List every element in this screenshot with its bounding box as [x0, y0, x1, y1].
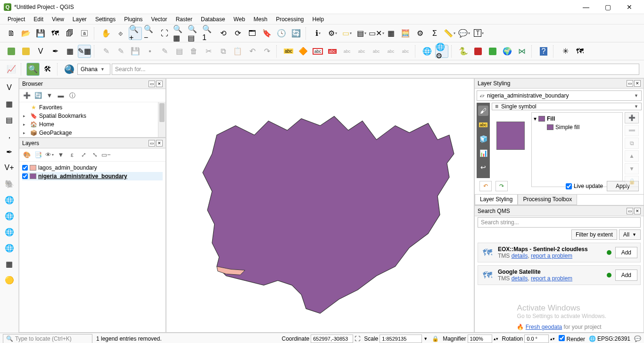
zoom-out-button[interactable]: 🔍− [143, 27, 157, 40]
layers-filter-button[interactable]: ▼ [56, 150, 66, 160]
add-raster-button[interactable] [19, 45, 33, 58]
locator-input[interactable]: 🔍 Type to locate (Ctrl+K) [3, 334, 92, 343]
vertex-tool-button[interactable]: ✎ [158, 45, 171, 58]
plugin-button-x[interactable]: ✳ [559, 45, 572, 58]
metasearch-config-button[interactable]: 🌐⚙ [435, 45, 448, 58]
quickosm-button[interactable]: 🔍 [26, 63, 40, 76]
statistics-button[interactable]: Σ [428, 27, 441, 40]
map-canvas[interactable] [166, 78, 474, 333]
3d-tab[interactable]: 🧊 [478, 134, 488, 144]
plugin-button-globe[interactable]: 🌍 [501, 45, 514, 58]
processing-toolbox-button[interactable]: ⚙ [413, 27, 427, 40]
menu-vector[interactable]: Vector [148, 15, 171, 24]
duplicate-symbol-layer-button[interactable]: ⧉ [625, 138, 639, 149]
symbol-layer-tree[interactable]: ▾Fill Simple fill [531, 112, 623, 187]
add-delimited-text-button[interactable]: ， [3, 129, 16, 142]
redo-button[interactable]: ↷ [260, 45, 273, 58]
add-raster-layer-button[interactable]: ▦ [3, 97, 16, 110]
render-checkbox[interactable]: Render [559, 335, 585, 343]
chevron-down-icon[interactable]: ▼ [423, 336, 428, 341]
label-tool-3[interactable]: abc [370, 45, 383, 58]
current-edits-button[interactable]: ✎ [99, 45, 113, 58]
save-project-button[interactable]: 💾 [34, 27, 47, 40]
layer-row[interactable]: lagos_admin_boundary [22, 163, 163, 172]
crs-button[interactable]: 🌐 EPSG:26391 [589, 335, 630, 342]
add-xyz-button[interactable]: 🌐 [3, 209, 16, 222]
label-pin-button[interactable]: abc [326, 45, 339, 58]
quickosm-config-button[interactable]: 🛠 [41, 63, 54, 76]
layer-styling-close-button[interactable]: ✕ [634, 80, 641, 87]
layers-expand-button[interactable]: ⤢ [79, 150, 88, 160]
refresh-button[interactable]: 🔄 [289, 27, 303, 40]
label-tool-4[interactable]: abc [384, 45, 397, 58]
label-tool-2[interactable]: abc [355, 45, 368, 58]
move-down-button[interactable]: ▼ [625, 163, 639, 174]
new-map-view-button[interactable]: 🗔 [246, 27, 259, 40]
select-by-value-button[interactable]: ▤ [355, 27, 368, 40]
add-wfs-button[interactable]: 🌐 [3, 241, 16, 254]
new-geopackage-button[interactable]: ✒ [49, 45, 62, 58]
add-ows-button[interactable]: ▦ [3, 257, 16, 270]
cut-features-button[interactable]: ✂ [202, 45, 215, 58]
temporal-button[interactable]: 🕓 [275, 27, 288, 40]
menu-database[interactable]: Database [197, 15, 229, 24]
browser-collapse-button[interactable]: ▬ [56, 91, 66, 100]
new-shapefile-button[interactable]: V [34, 45, 47, 58]
pan-button[interactable]: ✋ [99, 27, 113, 40]
tab-processing-toolbox[interactable]: Processing Toolbox [518, 195, 577, 205]
diagram-button[interactable]: 🔶 [297, 45, 310, 58]
menu-view[interactable]: View [48, 15, 68, 24]
extents-icon[interactable]: ⛶ [355, 335, 360, 342]
rotation-input[interactable] [524, 335, 549, 343]
qms-undock-button[interactable]: ▭ [627, 208, 633, 214]
layers-close-button[interactable]: ✕ [156, 140, 163, 147]
live-update-checkbox[interactable]: Live update [566, 183, 603, 189]
layer-styling-undock-button[interactable]: ▭ [627, 80, 633, 87]
lock-symbol-layer-button[interactable]: 🔒 [625, 176, 639, 187]
menu-plugins[interactable]: Plugins [120, 15, 146, 24]
spinner-icon[interactable]: ▴▾ [494, 336, 498, 341]
label-highlight-button[interactable]: abc [311, 45, 324, 58]
browser-undock-button[interactable]: ▭ [149, 81, 155, 87]
minimize-button[interactable]: — [575, 0, 597, 14]
layer-row[interactable]: nigeria_administrative_boundary [22, 172, 163, 180]
undo-button[interactable]: ↶ [246, 45, 259, 58]
python-console-button[interactable]: 🐍 [457, 45, 470, 58]
tab-layer-styling[interactable]: Layer Styling [475, 195, 518, 205]
layers-visibility-button[interactable]: 👁 [45, 150, 54, 160]
layout-manager-button[interactable]: 🗐 [63, 27, 76, 40]
add-wms-button[interactable]: 🌐 [3, 193, 16, 206]
qms-close-button[interactable]: ✕ [634, 208, 641, 214]
browser-filter-button[interactable]: ▼ [45, 91, 54, 100]
open-project-button[interactable]: 📂 [19, 27, 33, 40]
menu-settings[interactable]: Settings [91, 15, 119, 24]
deselect-button[interactable]: ▭✕ [370, 27, 383, 40]
layers-collapse-button[interactable]: ⤡ [90, 150, 99, 160]
diagrams-tab[interactable]: 📊 [478, 148, 488, 158]
label-tool-5[interactable]: abc [399, 45, 412, 58]
annotation-button[interactable]: 🅃 [472, 27, 485, 40]
open-attribute-table-button[interactable]: ▦ [384, 27, 397, 40]
layer-styling-layer-select[interactable]: ▱ nigeria_administrative_boundary ▼ [477, 90, 642, 101]
layers-remove-button[interactable]: ▭− [101, 150, 111, 160]
move-up-button[interactable]: ▲ [625, 150, 639, 162]
new-project-button[interactable]: 🗎 [5, 27, 18, 40]
label-toolbar-button[interactable]: abc [282, 45, 295, 58]
menu-project[interactable]: Project [4, 15, 29, 24]
layers-add-group-button[interactable]: 📑 [33, 150, 43, 160]
qms-search-input[interactable]: Search string... [478, 217, 641, 228]
menu-mesh[interactable]: Mesh [250, 15, 271, 24]
add-feature-button[interactable]: • [143, 45, 157, 58]
plugin-button-red[interactable] [471, 45, 485, 58]
qms-report-link[interactable]: report a problem [531, 253, 572, 259]
browser-add-button[interactable]: ➕ [22, 91, 32, 100]
identify-button[interactable]: ℹ [311, 27, 324, 40]
add-vector-layer-button[interactable]: V [3, 81, 16, 94]
qms-add-button[interactable]: Add [615, 247, 637, 258]
layer-visibility-checkbox[interactable] [22, 165, 28, 171]
save-edits-button[interactable]: 💾 [129, 45, 142, 58]
layers-expression-button[interactable]: ε [67, 150, 77, 160]
browser-properties-button[interactable]: ⓘ [67, 91, 77, 100]
help-button[interactable]: ? [537, 45, 550, 58]
new-print-layout-button[interactable]: 🗺 [49, 27, 62, 40]
